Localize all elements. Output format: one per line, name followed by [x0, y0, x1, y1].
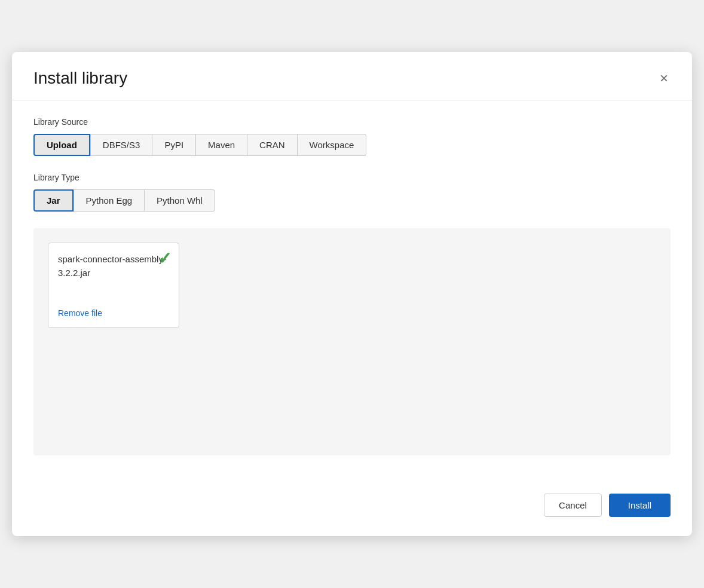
library-source-label: Library Source: [33, 117, 671, 127]
dialog-body: Library Source Upload DBFS/S3 PyPI Maven…: [12, 100, 692, 494]
install-button[interactable]: Install: [609, 494, 671, 517]
type-python-egg-button[interactable]: Python Egg: [74, 189, 145, 212]
source-pypi-button[interactable]: PyPI: [152, 134, 196, 156]
cancel-button[interactable]: Cancel: [544, 494, 602, 517]
library-source-group: Upload DBFS/S3 PyPI Maven CRAN Workspace: [33, 134, 671, 156]
close-button[interactable]: ×: [657, 69, 671, 88]
file-card: ✓ spark-connector-assembly-3.2.2.jar Rem…: [48, 243, 179, 328]
file-name: spark-connector-assembly-3.2.2.jar: [58, 253, 169, 280]
source-dbfs-s3-button[interactable]: DBFS/S3: [90, 134, 153, 156]
install-library-dialog: Install library × Library Source Upload …: [12, 52, 692, 536]
library-type-group: Jar Python Egg Python Whl: [33, 189, 671, 212]
dialog-title: Install library: [33, 69, 127, 88]
type-jar-button[interactable]: Jar: [33, 189, 74, 212]
source-maven-button[interactable]: Maven: [196, 134, 247, 156]
source-workspace-button[interactable]: Workspace: [298, 134, 367, 156]
remove-file-button[interactable]: Remove file: [58, 308, 102, 318]
library-type-section: Library Type Jar Python Egg Python Whl: [33, 173, 671, 212]
file-checkmark-icon: ✓: [158, 250, 172, 267]
source-cran-button[interactable]: CRAN: [247, 134, 298, 156]
dialog-footer: Cancel Install: [12, 494, 692, 536]
library-source-section: Library Source Upload DBFS/S3 PyPI Maven…: [33, 117, 671, 156]
source-upload-button[interactable]: Upload: [33, 134, 90, 156]
library-type-label: Library Type: [33, 173, 671, 182]
upload-area: ✓ spark-connector-assembly-3.2.2.jar Rem…: [33, 228, 671, 455]
dialog-header: Install library ×: [12, 52, 692, 100]
type-python-whl-button[interactable]: Python Whl: [145, 189, 215, 212]
